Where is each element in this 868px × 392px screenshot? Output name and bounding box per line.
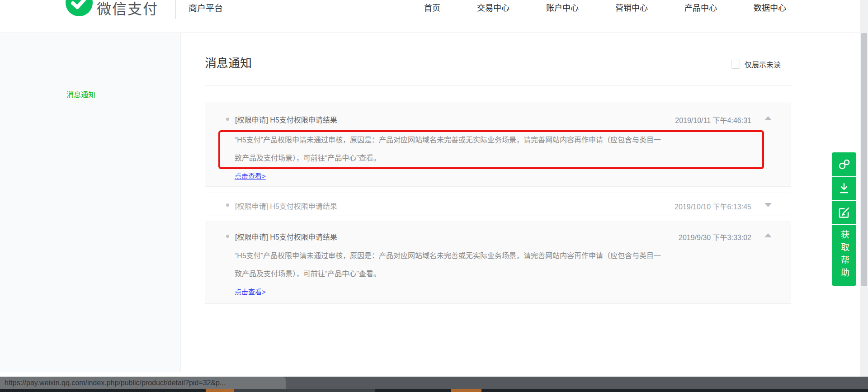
header-divider xyxy=(175,0,176,19)
portal-label: 商户平台 xyxy=(189,1,223,14)
taskbar-segment xyxy=(206,389,234,392)
browser-status-tooltip: https://pay.weixin.qq.com/index.php/publ… xyxy=(0,377,286,389)
taskbar-sliver xyxy=(0,389,868,392)
feedback-button[interactable] xyxy=(832,200,856,224)
collapse-arrow-icon[interactable] xyxy=(764,233,772,237)
message-title: [权限申请] H5支付权限申请结果 xyxy=(235,200,337,211)
wechat-pay-logo-icon xyxy=(65,0,93,17)
message-timestamp: 2019/10/10 下午6:13:45 xyxy=(675,201,751,212)
nav-item-product-center[interactable]: 产品中心 xyxy=(684,1,717,13)
message-timestamp: 2019/10/11 下午4:46:31 xyxy=(675,114,751,125)
left-sidebar: 消息通知 xyxy=(0,33,181,372)
message-item-expanded[interactable]: [权限申请] H5支付权限申请结果 2019/10/11 下午4:46:31 “… xyxy=(205,103,791,187)
message-body-line1: “H5支付”产品权限申请未通过审核，原因是：产品对应网站域名未完善或无实际业务场… xyxy=(235,134,661,145)
unread-only-checkbox[interactable] xyxy=(731,60,740,69)
unread-bullet xyxy=(226,118,229,121)
unread-only-label: 仅展示未读 xyxy=(745,59,781,70)
expand-arrow-icon[interactable] xyxy=(764,203,772,207)
message-body-line2: 致产品及支付场景），可前往“产品中心”查看。 xyxy=(235,152,381,163)
get-help-button[interactable]: 获取帮助 xyxy=(832,224,856,286)
message-timestamp: 2019/9/30 下午3:33:02 xyxy=(679,231,751,242)
nav-item-transaction-center[interactable]: 交易中心 xyxy=(477,1,509,13)
unread-filter: 仅展示未读 xyxy=(731,59,781,70)
message-body-line2: 致产品及支付场景），可前往“产品中心”查看。 xyxy=(235,268,381,279)
nav-item-data-center[interactable]: 数据中心 xyxy=(754,1,786,13)
message-title: [权限申请] H5支付权限申请结果 xyxy=(235,231,337,242)
collapse-arrow-icon[interactable] xyxy=(764,116,772,120)
view-detail-link[interactable]: 点击查看> xyxy=(235,287,266,296)
download-button[interactable] xyxy=(832,176,856,200)
top-header: 微信支付 商户平台 首页 交易中心 账户中心 营销中心 产品中心 数据中心 xyxy=(0,0,868,33)
message-title: [权限申请] H5支付权限申请结果 xyxy=(235,114,337,125)
nav-item-account-center[interactable]: 账户中心 xyxy=(546,1,579,13)
page-title: 消息通知 xyxy=(205,54,252,71)
wechat-pay-logo-text: 微信支付 xyxy=(97,0,158,18)
message-item-collapsed[interactable]: [权限申请] H5支付权限申请结果 2019/10/10 下午6:13:45 xyxy=(205,193,791,216)
read-bullet xyxy=(226,203,229,207)
nav-item-home[interactable]: 首页 xyxy=(424,1,440,13)
floating-help-toolbar: 获取帮助 xyxy=(832,152,856,286)
top-nav: 首页 交易中心 账户中心 营销中心 产品中心 数据中心 xyxy=(424,0,786,14)
message-item-expanded[interactable]: [权限申请] H5支付权限申请结果 2019/9/30 下午3:33:02 “H… xyxy=(205,222,791,304)
get-help-label: 获取帮助 xyxy=(832,230,856,281)
sidebar-item-message-notification[interactable]: 消息通知 xyxy=(66,89,95,99)
scrollbar-thumb[interactable] xyxy=(861,33,867,286)
link-button[interactable] xyxy=(832,152,856,176)
nav-item-marketing-center[interactable]: 营销中心 xyxy=(615,1,648,13)
merchant-platform-page: 微信支付 商户平台 首页 交易中心 账户中心 营销中心 产品中心 数据中心 消息… xyxy=(0,0,868,392)
title-divider xyxy=(205,85,791,85)
taskbar-segment xyxy=(234,389,375,392)
download-icon xyxy=(837,182,851,195)
taskbar-segment xyxy=(451,389,481,392)
link-icon xyxy=(837,158,851,171)
vertical-scrollbar[interactable] xyxy=(860,0,868,382)
unread-bullet xyxy=(226,235,229,238)
status-url-text: https://pay.weixin.qq.com/index.php/publ… xyxy=(5,379,226,387)
view-detail-link[interactable]: 点击查看> xyxy=(235,171,266,180)
message-body-line1: “H5支付”产品权限申请未通过审核，原因是：产品对应网站域名未完善或无实际业务场… xyxy=(235,250,661,260)
feedback-edit-icon xyxy=(837,206,851,219)
